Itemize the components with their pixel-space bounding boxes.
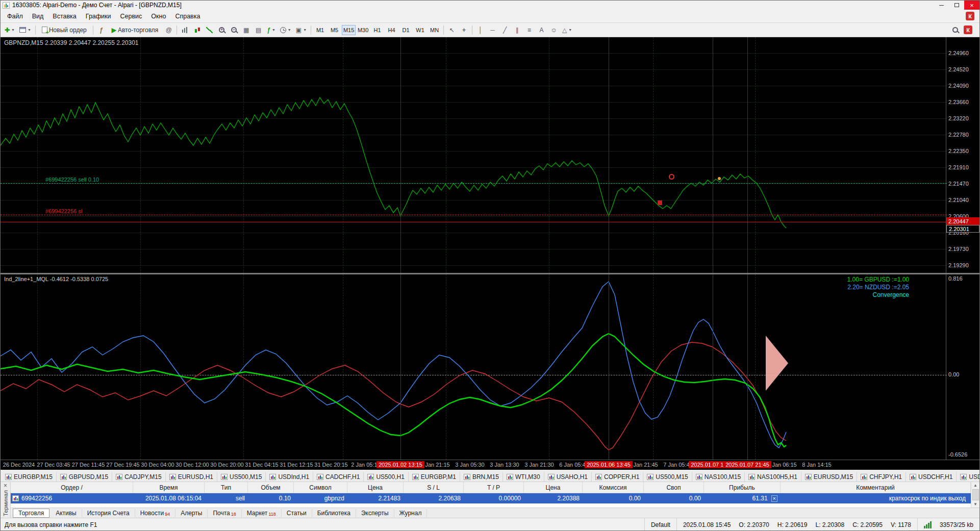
periods-button[interactable]: ▼ [278,24,293,36]
expert-advisors-button[interactable]: ƒ [95,24,107,36]
terminal-tab[interactable]: Маркет 118 [242,509,282,517]
terminal-tab[interactable]: История Счета [82,509,135,517]
pane-splitter[interactable] [1,273,979,274]
new-chart-button[interactable]: ✚▼ [3,24,17,36]
price-scale[interactable]: 2.249602.245202.240902.236602.232202.227… [946,37,979,273]
cursor-button[interactable]: ↖ [446,24,458,36]
fibonacci-button[interactable]: ≡ [523,24,535,36]
menu-item[interactable]: Графики [81,11,116,22]
column-header[interactable]: Время [133,482,205,493]
timeframe-button[interactable]: D1 [399,25,413,35]
chart-tab[interactable]: CHFJPY,H1 [857,472,906,482]
chart-tab[interactable]: EURGBP,M1 [409,472,460,482]
timeframe-button[interactable]: M30 [356,25,370,35]
vertical-red-line[interactable] [747,37,748,460]
indicator-scale[interactable]: 0.816 0.00 -0.6526 [946,274,979,460]
chart-tab[interactable]: USDInd,H1 [266,472,313,482]
terminal-tab[interactable]: Торговля [13,509,49,518]
news-button[interactable]: @ [163,24,174,36]
cascade-windows-button[interactable]: ▤ [253,24,264,36]
main-price-pane[interactable]: #699422256 sell 0.10 #699422256 sl GBPNZ… [1,37,979,273]
crosshair-button[interactable]: + [458,24,470,36]
column-header[interactable]: Комиссия [583,482,644,493]
terminal-tab[interactable]: Библиотека [312,509,356,517]
terminal-tab[interactable]: Статьи [282,509,312,517]
close-button[interactable]: × [964,1,979,10]
scrollbar-thumb[interactable] [972,489,979,500]
indicator-pane[interactable]: Ind_2line+1_MQL -0.4612 -0.5338 0.0725 1… [1,274,979,460]
indicator-plot[interactable]: Ind_2line+1_MQL -0.4612 -0.5338 0.0725 1… [1,274,947,460]
timeframe-button[interactable]: H4 [385,25,398,35]
terminal-tab[interactable]: Почта 18 [208,509,241,517]
chart-tab[interactable]: NAS100,M15 [692,472,745,482]
column-header[interactable]: Комментарий [781,482,971,493]
timeframe-button[interactable]: W1 [413,25,427,35]
chart-tab[interactable]: EURGBP,M15 [2,472,57,482]
terminal-close-icon[interactable]: × [4,483,7,489]
terminal-tab[interactable]: Новости 94 [135,509,175,517]
column-header[interactable]: Своп [644,482,704,493]
column-header[interactable]: T / P [464,482,524,493]
timeframe-button[interactable]: M15 [342,25,356,35]
column-header[interactable]: Тип [205,482,248,493]
community-toolbar-button[interactable]: К [962,24,977,36]
open-order-line[interactable]: #699422256 sell 0.10 [1,183,947,184]
search-button[interactable] [949,24,961,36]
terminal-scrollbar[interactable]: ▲ ▼ [971,482,979,508]
scroll-down-icon[interactable]: ▼ [973,501,977,508]
chart-tab[interactable]: GBPUSD,M15 [57,472,112,482]
column-header[interactable]: Символ [294,482,347,493]
column-header[interactable]: S / L [404,482,464,493]
vertical-red-line[interactable] [400,37,401,460]
vertical-red-line[interactable] [609,37,609,460]
templates-button[interactable]: ▣▼ [294,24,309,36]
autotrade-button[interactable]: ▶Авто-торговля [108,24,162,36]
tile-windows-button[interactable]: ▦ [240,24,252,36]
menu-item[interactable]: Вид [28,11,48,22]
chart-tab[interactable]: BRN,M15 [460,472,503,482]
chart-tab[interactable]: NAS100H5,H1 [745,472,801,482]
chart-tab[interactable]: WTI,M30 [503,472,544,482]
chart-tab[interactable]: CADJPY,M15 [112,472,165,482]
vertical-line-button[interactable]: │ [474,24,486,36]
terminal-tab[interactable]: Журнал [394,509,428,517]
shapes-button[interactable]: △▼ [560,24,574,36]
timeframe-button[interactable]: H1 [370,25,384,35]
text-tool-button[interactable]: A [536,24,547,36]
timeframe-button[interactable]: MN [428,25,441,35]
zoom-in-button[interactable]: + [216,24,228,36]
community-icon[interactable]: К [966,12,974,20]
chart-tab[interactable]: CADCHF,H1 [313,472,364,482]
chart-tab[interactable]: EURUSD,M15 [801,472,857,482]
menu-item[interactable]: Окно [146,11,170,22]
chart-tab[interactable]: US500,M15 [217,472,266,482]
terminal-tab[interactable]: Активы [51,509,82,517]
zoom-out-button[interactable]: − [228,24,240,36]
column-header[interactable]: Цена [347,482,404,493]
trendline-button[interactable]: ╱ [499,24,511,36]
line-chart-button[interactable] [204,24,215,36]
close-order-icon[interactable]: × [771,495,777,502]
timeframe-button[interactable]: M1 [313,25,327,35]
price-plot[interactable]: #699422256 sell 0.10 #699422256 sl GBPNZ… [1,37,947,273]
column-header[interactable]: Прибыль [704,482,781,493]
chart-tab[interactable]: USDJPY,H1 [957,472,980,482]
terminal-tab[interactable]: Эксперты [356,509,394,517]
chart-tab[interactable]: US500,H1 [364,472,408,482]
chart-region[interactable]: #699422256 sell 0.10 #699422256 sl GBPNZ… [1,37,979,470]
menu-item[interactable]: Файл [3,11,28,22]
timeframe-button[interactable]: M5 [328,25,341,35]
maximize-button[interactable] [949,1,964,10]
vertical-red-line[interactable] [713,37,713,460]
column-header[interactable]: Цена [524,482,583,493]
horizontal-line-button[interactable]: ─ [487,24,498,36]
column-header[interactable]: Объем [248,482,294,493]
chart-profiles-button[interactable]: ▼ [17,24,33,36]
channel-button[interactable]: ∥ [511,24,523,36]
chart-tab[interactable]: USDCHF,H1 [906,472,957,482]
minimize-button[interactable] [934,1,949,10]
scroll-up-icon[interactable]: ▲ [973,482,977,489]
menu-item[interactable]: Вставка [48,11,81,22]
menu-item[interactable]: Сервис [116,11,147,22]
new-order-button[interactable]: Новый ордер [38,24,91,36]
